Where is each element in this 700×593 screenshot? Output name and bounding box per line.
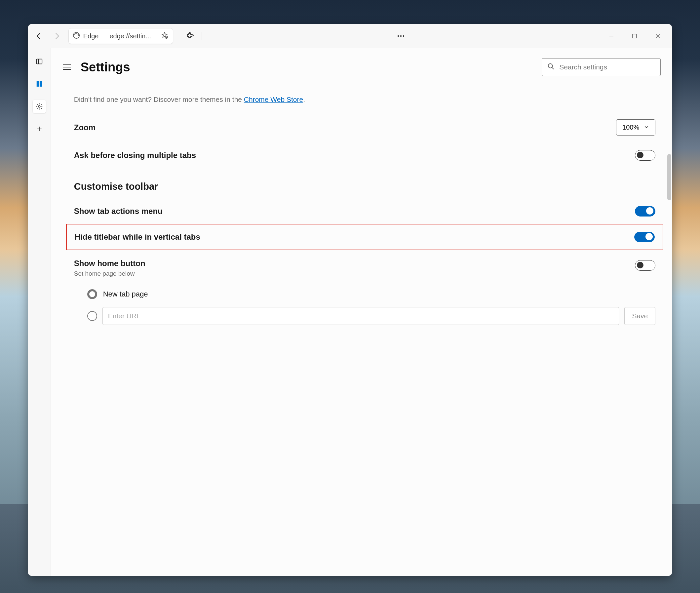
svg-point-5 xyxy=(400,35,402,37)
tab-name: Edge xyxy=(83,32,99,40)
home-button-toggle[interactable] xyxy=(635,260,655,271)
show-tab-actions-toggle[interactable] xyxy=(635,206,655,216)
tab-actions-button[interactable] xyxy=(33,55,46,68)
svg-line-19 xyxy=(552,68,554,69)
show-tab-actions-row: Show tab actions menu xyxy=(74,199,656,224)
chevron-down-icon xyxy=(644,124,649,131)
zoom-row: Zoom 100% xyxy=(74,112,656,143)
tab-url: edge://settin... xyxy=(110,32,151,40)
new-tab-page-label: New tab page xyxy=(103,290,148,299)
svg-rect-14 xyxy=(40,84,42,87)
save-button[interactable]: Save xyxy=(624,307,655,325)
vertical-tabs-sidebar xyxy=(28,48,50,576)
forward-button[interactable] xyxy=(49,28,65,44)
theme-hint: Didn't find one you want? Discover more … xyxy=(74,95,656,104)
extensions-icon[interactable] xyxy=(182,29,197,43)
back-button[interactable] xyxy=(31,28,47,44)
maximize-button[interactable] xyxy=(630,31,640,41)
zoom-label: Zoom xyxy=(74,123,95,132)
hint-prefix: Didn't find one you want? Discover more … xyxy=(74,95,244,103)
zoom-select[interactable]: 100% xyxy=(616,119,655,135)
hide-titlebar-highlight: Hide titlebar while in vertical tabs xyxy=(66,224,664,250)
scrollbar-thumb[interactable] xyxy=(667,154,671,200)
active-tab[interactable]: Edge edge://settin... xyxy=(69,28,173,44)
minimize-button[interactable] xyxy=(607,31,616,41)
settings-content: Settings Didn't find one you want? Disco… xyxy=(50,48,672,576)
home-url-input[interactable] xyxy=(102,307,619,325)
new-tab-page-radio[interactable] xyxy=(87,289,97,299)
home-url-row: Save xyxy=(74,304,656,328)
ask-before-close-row: Ask before closing multiple tabs xyxy=(74,143,656,168)
svg-point-4 xyxy=(398,35,399,37)
edge-icon xyxy=(73,32,80,40)
search-input[interactable] xyxy=(559,63,655,71)
new-tab-page-radio-row: New tab page xyxy=(74,285,656,304)
browser-window: Edge edge://settin... xyxy=(28,24,672,576)
pinned-tab-settings[interactable] xyxy=(33,100,46,113)
titlebar: Edge edge://settin... xyxy=(28,24,672,48)
pinned-tab-windows[interactable] xyxy=(33,77,46,90)
svg-rect-13 xyxy=(36,84,39,87)
settings-scroll[interactable]: Didn't find one you want? Discover more … xyxy=(51,86,672,576)
settings-menu-button[interactable] xyxy=(61,63,73,72)
ask-before-close-label: Ask before closing multiple tabs xyxy=(74,151,196,160)
close-button[interactable] xyxy=(653,31,663,41)
svg-rect-9 xyxy=(36,59,42,64)
zoom-value: 100% xyxy=(622,124,639,131)
svg-point-15 xyxy=(38,106,40,108)
hide-titlebar-label: Hide titlebar while in vertical tabs xyxy=(75,232,200,242)
page-title: Settings xyxy=(81,60,130,74)
customise-toolbar-title: Customise toolbar xyxy=(74,181,656,192)
home-button-row: Show home button Set home page below xyxy=(74,250,656,285)
custom-url-radio[interactable] xyxy=(87,311,97,321)
show-tab-actions-label: Show tab actions menu xyxy=(74,207,163,216)
new-tab-button[interactable] xyxy=(33,122,46,135)
search-box[interactable] xyxy=(542,58,661,76)
hide-titlebar-row: Hide titlebar while in vertical tabs xyxy=(75,230,655,244)
home-button-sub: Set home page below xyxy=(74,270,146,277)
svg-rect-12 xyxy=(40,81,42,84)
more-icon[interactable] xyxy=(394,29,408,43)
hint-suffix: . xyxy=(303,95,305,103)
svg-point-6 xyxy=(403,35,404,37)
svg-rect-8 xyxy=(632,34,636,38)
toolbar-separator xyxy=(202,32,202,40)
settings-header: Settings xyxy=(51,48,672,86)
tab-separator xyxy=(104,32,104,40)
svg-point-3 xyxy=(192,35,193,36)
home-button-label: Show home button xyxy=(74,259,146,268)
svg-rect-11 xyxy=(36,81,39,84)
ask-before-close-toggle[interactable] xyxy=(635,150,655,161)
svg-point-18 xyxy=(548,64,552,68)
search-icon xyxy=(547,63,554,71)
hide-titlebar-toggle[interactable] xyxy=(634,232,655,242)
favorite-icon[interactable] xyxy=(161,32,168,40)
chrome-web-store-link[interactable]: Chrome Web Store xyxy=(244,95,303,103)
